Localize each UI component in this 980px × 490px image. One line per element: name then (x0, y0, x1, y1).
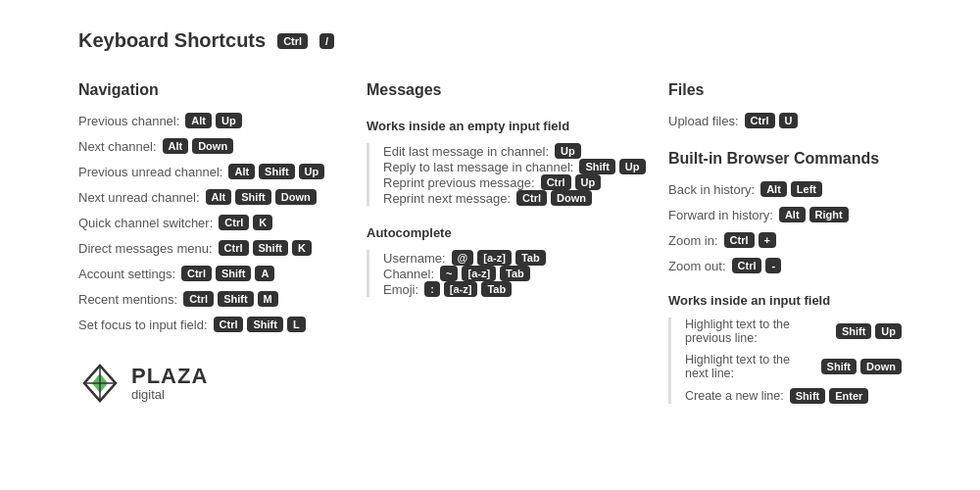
list-item: Direct messages menu: Ctrl Shift K (78, 240, 367, 256)
label-quick-switcher: Quick channel switcher: (78, 216, 213, 230)
columns: Navigation Previous channel: Alt Up Next… (78, 81, 902, 412)
keys-username: @ [a-z] Tab (450, 250, 546, 266)
keys-zoom-in: Ctrl + (722, 232, 776, 248)
list-item: Set focus to input field: Ctrl Shift L (78, 317, 367, 332)
key-enter: Enter (829, 388, 868, 404)
key-ctrl: Ctrl (541, 174, 571, 190)
label-next-unread: Next unread channel: (78, 190, 200, 205)
key-up: Up (299, 164, 325, 179)
key-colon: : (424, 281, 440, 297)
keys-channel: ~ [a-z] Tab (438, 266, 530, 281)
label-highlight-next: Highlight text to the next line: (685, 353, 815, 380)
keys-quick-switcher: Ctrl K (217, 215, 272, 230)
key-up: Up (216, 113, 242, 128)
key-ctrl: Ctrl (214, 317, 244, 332)
key-shift: Shift (790, 388, 825, 404)
key-alt: Alt (779, 207, 806, 222)
key-k: K (253, 215, 272, 230)
key-alt: Alt (163, 138, 189, 154)
list-item: Edit last message in channel: Up (383, 143, 668, 159)
key-a: A (255, 266, 274, 281)
list-item: Previous channel: Alt Up (78, 113, 367, 128)
label-new-line: Create a new line: (685, 389, 784, 403)
keys-new-line: Shift Enter (788, 388, 869, 404)
list-item: Previous unread channel: Alt Shift Up (78, 164, 367, 179)
keys-account-settings: Ctrl Shift A (179, 266, 274, 281)
label-focus-input: Set focus to input field: (78, 318, 208, 332)
key-down: Down (551, 190, 592, 206)
page: Keyboard Shortcuts Ctrl / Navigation Pre… (0, 0, 980, 441)
key-tab: Tab (481, 281, 512, 297)
autocomplete-title: Autocomplete (367, 225, 668, 240)
key-up: Up (875, 323, 902, 339)
keys-zoom-out: Ctrl - (730, 258, 782, 273)
key-left: Left (791, 181, 822, 197)
key-shift: Shift (253, 240, 288, 256)
list-item: Reprint next message: Ctrl Down (383, 190, 668, 206)
key-ctrl: Ctrl (516, 190, 547, 206)
key-shift: Shift (821, 359, 857, 374)
keys-next-unread: Alt Shift Down (204, 189, 317, 205)
logo-text-group: PLAZA digital (131, 366, 208, 402)
list-item: Reply to last message in channel: Shift … (383, 159, 668, 174)
key-minus: - (765, 258, 781, 273)
key-ctrl: Ctrl (219, 240, 249, 256)
keys-reprint-next: Ctrl Down (514, 190, 592, 206)
header-key-ctrl: Ctrl (277, 33, 308, 49)
label-dm-menu: Direct messages menu: (78, 241, 213, 256)
keys-back-history: Alt Left (759, 181, 822, 197)
label-zoom-out: Zoom out: (668, 259, 726, 273)
key-ctrl: Ctrl (219, 215, 249, 230)
key-shift: Shift (218, 291, 253, 307)
key-alt: Alt (228, 164, 255, 179)
label-emoji: Emoji: (383, 282, 418, 297)
key-shift: Shift (836, 323, 871, 339)
key-alt: Alt (206, 189, 232, 205)
logo-icon (78, 362, 122, 405)
label-reply-last: Reply to last message in channel: (383, 160, 573, 174)
key-shift: Shift (579, 159, 614, 174)
key-k: K (292, 240, 312, 256)
keys-emoji: : [a-z] Tab (422, 281, 512, 297)
keys-reprint-prev: Ctrl Up (539, 174, 602, 190)
label-reprint-next: Reprint next message: (383, 191, 511, 206)
list-item: Next unread channel: Alt Shift Down (78, 189, 367, 205)
key-ctrl: Ctrl (181, 266, 212, 281)
list-item: Next channel: Alt Down (78, 138, 367, 154)
header-key-slash: / (319, 33, 334, 49)
page-title: Keyboard Shortcuts (78, 29, 266, 52)
key-tab: Tab (515, 250, 546, 266)
autocomplete-items: Username: @ [a-z] Tab Channel: ~ [a-z] T… (367, 250, 668, 297)
key-down: Down (192, 138, 233, 154)
keys-fwd-history: Alt Right (777, 207, 849, 222)
list-item: Forward in history: Alt Right (668, 207, 902, 222)
label-recent-mentions: Recent mentions: (78, 292, 177, 307)
messages-column: Messages Works inside an empty input fie… (367, 81, 668, 412)
label-back-history: Back in history: (668, 182, 755, 197)
list-item: Zoom in: Ctrl + (668, 232, 902, 248)
messages-title: Messages (367, 81, 668, 99)
key-ctrl: Ctrl (732, 258, 762, 273)
list-item: Back in history: Alt Left (668, 181, 902, 197)
key-ctrl: Ctrl (745, 113, 775, 128)
files-column: Files Upload files: Ctrl U Built-in Brow… (668, 81, 902, 412)
keys-upload: Ctrl U (743, 113, 799, 128)
key-right: Right (809, 207, 849, 222)
keys-focus-input: Ctrl Shift L (212, 317, 306, 332)
key-az: [a-z] (444, 281, 478, 297)
empty-input-items: Edit last message in channel: Up Reply t… (367, 143, 668, 206)
list-item: Channel: ~ [a-z] Tab (383, 266, 668, 281)
navigation-title: Navigation (78, 81, 367, 99)
keys-prev-channel: Alt Up (183, 113, 241, 128)
label-highlight-prev: Highlight text to the previous line: (685, 318, 830, 345)
key-at: @ (452, 250, 474, 266)
key-shift: Shift (259, 164, 294, 179)
label-edit-last: Edit last message in channel: (383, 144, 549, 159)
keys-prev-unread: Alt Shift Up (226, 164, 324, 179)
empty-input-title: Works inside an empty input field (367, 119, 668, 133)
label-username: Username: (383, 251, 446, 266)
label-zoom-in: Zoom in: (668, 233, 718, 248)
keys-recent-mentions: Ctrl Shift M (181, 291, 278, 307)
keys-dm-menu: Ctrl Shift K (217, 240, 312, 256)
key-m: M (258, 291, 278, 307)
